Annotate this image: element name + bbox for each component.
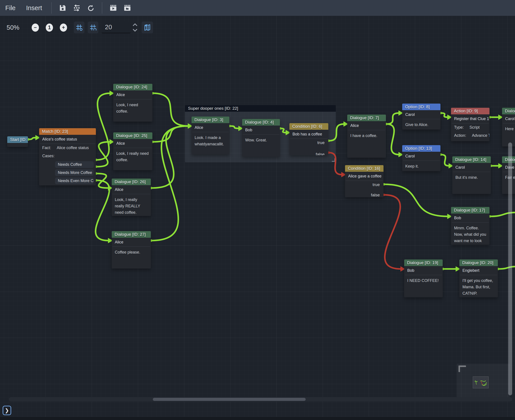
node-dialogue-7[interactable]: Dialogue [ID: 7]AliceI have a coffee. [347,115,386,158]
node-row-speaker[interactable]: Register that Clue 1... [451,114,490,123]
minimap-toggle-button[interactable] [142,22,153,33]
node-row-speaker[interactable]: Carol [452,163,491,172]
node-row-speaker[interactable]: Carol [402,110,440,119]
node-title[interactable]: Dialogue [ID: 4] [242,119,280,126]
grid-toggle-button[interactable] [88,22,98,33]
zoom-level-label: 50% [7,24,19,31]
node-title[interactable]: Dialogue [ID: 25] [113,132,152,139]
node-dialogue-4[interactable]: Dialogue [ID: 4]BobWow. Great. [242,119,280,157]
node-row-speaker[interactable]: Alice [112,185,151,194]
node-row-speaker[interactable]: Bob [242,126,280,134]
node-row-speaker[interactable]: Alice [113,90,152,99]
node-row-plain: Cases: [39,152,96,160]
node-title[interactable]: Condition [ID: 6] [289,123,328,130]
node-title[interactable]: Dialogue [ID: 20] [459,260,498,266]
node-condition-6[interactable]: Condition [ID: 6]Bob has a coffeetruefal… [289,123,328,155]
case-option-button[interactable]: Needs Coffee [55,161,94,168]
node-title[interactable]: Action [ID: 9] [451,108,490,114]
node-title[interactable]: Dialogue [ID: 24] [113,84,152,90]
node-match-23[interactable]: Match [ID: 23]Alice's coffee statusFact:… [39,128,96,185]
node-title[interactable]: Dialogue [ID: 19] [404,260,443,266]
node-dialogue-19[interactable]: Dialogue [ID: 19]BobI NEED COFFEE! [404,260,443,297]
node-row-speaker[interactable]: Carol [402,152,440,160]
case-option-button[interactable]: Needs More Coffee [55,169,94,176]
node-row-speaker[interactable]: Alice [112,238,151,247]
node-row-text: I have a coffee. [347,130,386,141]
graph-canvas[interactable]: 50% − 1 + 20 [0,16,515,420]
wire-red [384,195,401,269]
zoom-reset-button[interactable]: 1 [46,23,53,32]
node-row-speaker[interactable]: Alice [192,123,229,132]
menu-file[interactable]: File [0,0,21,16]
zoom-in-button[interactable]: + [60,23,67,32]
node-title[interactable]: Dialogue [ID: 7] [347,115,386,121]
group-resize-handle[interactable] [332,158,335,162]
wire-green [386,113,399,124]
horizontal-scrollbar-handle[interactable] [153,398,306,401]
undo-button[interactable] [85,2,97,14]
spinner-up-icon[interactable] [132,23,138,27]
side-panel-expand-button[interactable]: ❯ [3,406,11,415]
node-row-text: I NEED COFFEE! [404,275,443,286]
node-dialogue-24[interactable]: Dialogue [ID: 24]AliceLook, I need coffe… [113,84,152,122]
node-body: Alice gave a coffeetruefalse [345,172,383,197]
case-option-button[interactable]: Needs Even More Coffee [55,177,94,184]
node-dialogue-right-top[interactable]: DialogCarolHere [502,108,515,146]
node-title[interactable]: Condition [ID: 16] [345,165,383,172]
vertical-scrollbar[interactable] [508,142,512,395]
node-title[interactable]: Dialogue [ID: 26] [112,179,151,185]
node-condition-16[interactable]: Condition [ID: 16]Alice gave a coffeetru… [345,165,383,197]
node-body: CarolHere [502,114,515,146]
wire-green [96,173,109,188]
node-dialogue-3[interactable]: Dialogue [ID: 3]AliceLook. I made a what… [192,117,229,154]
node-row-speaker[interactable]: Alice gave a coffee [345,172,383,180]
translate-button[interactable] [71,2,83,14]
snap-toggle-button[interactable] [74,22,84,33]
menu-insert[interactable]: Insert [21,0,47,16]
node-title[interactable]: Dialog [502,108,515,114]
wire-green [153,126,188,142]
row-value: Advance T... [472,133,490,138]
node-title[interactable]: Dialogue [ID: 17] [451,207,490,214]
node-dialogue-14[interactable]: Dialogue [ID: 14]CarolBut it's mine. [452,156,491,194]
node-title[interactable]: Option [ID: 8] [402,104,440,110]
group-title[interactable]: Super dooper ones [ID: 22] [185,105,336,112]
wire-green [153,93,188,126]
node-dialogue-17[interactable]: Dialogue [ID: 17]BobMmm. Coffee. Now, wh… [451,207,490,245]
node-title[interactable]: Start [ID: 1] [7,136,28,143]
test-dialogue-button[interactable] [107,2,119,14]
node-row-speaker[interactable]: Alice [347,121,386,130]
node-row-speaker[interactable]: Alice's coffee status [39,135,96,144]
menubar-separator [51,2,52,14]
load-dialogue-button[interactable] [121,2,134,14]
node-title[interactable]: Option [ID: 13] [402,145,440,152]
zoom-out-button[interactable]: − [32,23,39,32]
node-dialogue-20[interactable]: Dialogue [ID: 20]EnglebertI'll get you c… [459,260,498,297]
minimap-camera-rect[interactable] [473,376,489,388]
node-dialogue-25[interactable]: Dialogue [ID: 25]AliceLook, I really nee… [113,132,152,170]
spinner-down-icon[interactable] [132,28,138,32]
node-title[interactable]: Dialogue [ID: 14] [452,156,491,163]
node-row-speaker[interactable]: Bob [404,266,443,275]
node-dialogue-26[interactable]: Dialogue [ID: 26]AliceLook, I really rea… [112,179,151,216]
node-option-8[interactable]: Option [ID: 8]CarolGive to Alice. [402,104,440,129]
node-row-text: Look, I need coffee. [113,99,152,117]
node-row-speaker[interactable]: Carol [502,114,515,123]
node-row-speaker[interactable]: Englebert [459,266,498,275]
node-row-speaker[interactable]: Bob [451,214,490,222]
node-title[interactable]: Dialogue [ID: 27] [112,231,151,238]
node-row-speaker[interactable]: Bob has a coffee [289,130,328,139]
node-action-9[interactable]: Action [ID: 9]Register that Clue 1...Typ… [451,108,490,141]
node-start-1[interactable]: Start [ID: 1] [7,136,28,147]
node-dialogue-27[interactable]: Dialogue [ID: 27]AliceCoffee please. [112,231,151,269]
node-option-13[interactable]: Option [ID: 13]CarolKeep it. [402,145,440,171]
horizontal-scrollbar-track[interactable] [9,397,512,402]
row-label: Type: [454,125,464,129]
node-title[interactable]: Dialogue [ID: 3] [192,117,229,123]
node-title[interactable]: Match [ID: 23] [39,128,96,135]
save-button[interactable] [57,2,69,14]
node-row-speaker[interactable]: Alice [113,139,152,148]
wire-green [151,126,188,240]
snap-amount-input[interactable]: 20 [102,22,131,33]
minimap-panel[interactable] [457,364,510,399]
